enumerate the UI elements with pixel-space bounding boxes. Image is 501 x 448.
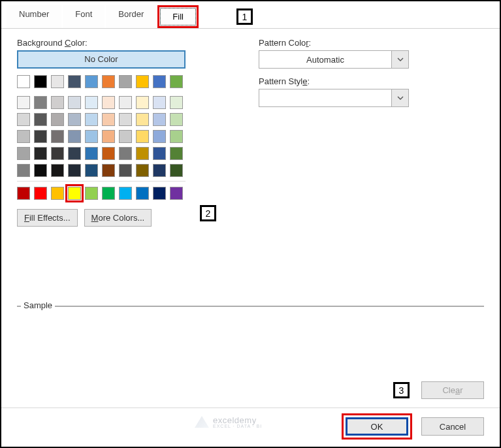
tab-fill[interactable]: Fill: [160, 8, 196, 25]
bg-color-label: Background Color:: [17, 38, 213, 48]
palette-row: [17, 164, 213, 177]
color-swatch[interactable]: [34, 75, 47, 88]
pattern-color-label: Pattern Color:: [259, 38, 484, 48]
color-swatch[interactable]: [153, 75, 166, 88]
color-swatch[interactable]: [68, 130, 81, 143]
color-palette: [17, 75, 213, 200]
color-swatch[interactable]: [119, 147, 132, 160]
color-swatch[interactable]: [34, 164, 47, 177]
color-swatch[interactable]: [136, 187, 149, 200]
color-swatch[interactable]: [170, 187, 183, 200]
color-swatch[interactable]: [153, 96, 166, 109]
color-swatch[interactable]: [153, 147, 166, 160]
color-swatch[interactable]: [153, 113, 166, 126]
tab-number[interactable]: Number: [7, 5, 61, 28]
pattern-color-dropdown[interactable]: Automatic: [259, 50, 409, 69]
more-colors-button[interactable]: More Colors...: [84, 209, 152, 227]
color-swatch[interactable]: [119, 75, 132, 88]
format-cells-dialog: Number Font Border Fill 1 Background Col…: [1, 1, 500, 447]
palette-standard-row: [17, 187, 213, 200]
color-swatch[interactable]: [153, 130, 166, 143]
color-swatch[interactable]: [17, 75, 30, 88]
color-swatch[interactable]: [68, 113, 81, 126]
ok-button[interactable]: OK: [346, 417, 408, 436]
color-swatch[interactable]: [85, 113, 98, 126]
color-swatch[interactable]: [136, 96, 149, 109]
color-swatch[interactable]: [68, 96, 81, 109]
color-swatch[interactable]: [51, 187, 64, 200]
fill-tab-content: Background Color: No Color 2 Fill Effect…: [1, 29, 500, 227]
color-swatch[interactable]: [85, 130, 98, 143]
fill-effects-button[interactable]: Fill Effects...: [17, 209, 78, 227]
color-swatch[interactable]: [102, 113, 115, 126]
color-swatch[interactable]: [119, 96, 132, 109]
color-swatch[interactable]: [34, 96, 47, 109]
color-swatch[interactable]: [68, 75, 81, 88]
color-swatch[interactable]: [102, 130, 115, 143]
color-swatch[interactable]: [102, 75, 115, 88]
palette-theme-row: [17, 75, 213, 88]
pattern-style-dropdown[interactable]: [259, 89, 409, 107]
color-swatch[interactable]: [170, 113, 183, 126]
color-swatch[interactable]: [136, 147, 149, 160]
color-swatch[interactable]: [136, 113, 149, 126]
color-swatch[interactable]: [102, 96, 115, 109]
color-swatch[interactable]: [153, 187, 166, 200]
color-swatch[interactable]: [17, 113, 30, 126]
color-swatch[interactable]: [170, 164, 183, 177]
color-swatch[interactable]: [34, 147, 47, 160]
color-swatch[interactable]: [136, 75, 149, 88]
clear-button: Clear: [421, 381, 484, 399]
color-swatch[interactable]: [102, 147, 115, 160]
color-swatch[interactable]: [102, 164, 115, 177]
color-swatch[interactable]: [51, 130, 64, 143]
left-pane: Background Color: No Color 2 Fill Effect…: [17, 38, 213, 227]
color-swatch[interactable]: [170, 75, 183, 88]
no-color-button[interactable]: No Color: [17, 50, 186, 69]
color-swatch[interactable]: [17, 187, 30, 200]
color-swatch[interactable]: [51, 75, 64, 88]
palette-row: [17, 113, 213, 126]
tab-border[interactable]: Border: [106, 5, 156, 28]
clear-area: 3 Clear: [393, 381, 484, 399]
color-swatch[interactable]: [51, 147, 64, 160]
color-swatch[interactable]: [85, 147, 98, 160]
pattern-style-label: Pattern Style:: [259, 76, 484, 86]
color-swatch[interactable]: [17, 164, 30, 177]
callout-3: 3: [393, 382, 410, 398]
color-swatch[interactable]: [34, 130, 47, 143]
color-swatch[interactable]: [51, 96, 64, 109]
color-swatch[interactable]: [85, 187, 98, 200]
chevron-down-icon: [391, 51, 408, 68]
tab-font[interactable]: Font: [63, 5, 105, 28]
color-swatch[interactable]: [102, 187, 115, 200]
color-swatch[interactable]: [153, 164, 166, 177]
color-swatch[interactable]: [68, 187, 81, 200]
color-swatch[interactable]: [51, 113, 64, 126]
color-swatch[interactable]: [34, 187, 47, 200]
color-swatch[interactable]: [170, 130, 183, 143]
color-swatch[interactable]: [34, 113, 47, 126]
color-swatch[interactable]: [17, 96, 30, 109]
dialog-footer: OK Cancel: [1, 406, 500, 447]
color-swatch[interactable]: [85, 75, 98, 88]
palette-divider: [17, 181, 186, 182]
cancel-button[interactable]: Cancel: [421, 417, 484, 436]
color-swatch[interactable]: [68, 147, 81, 160]
color-swatch[interactable]: [85, 164, 98, 177]
color-swatch[interactable]: [170, 147, 183, 160]
color-swatch[interactable]: [51, 164, 64, 177]
color-swatch[interactable]: [119, 187, 132, 200]
color-swatch[interactable]: [17, 147, 30, 160]
color-swatch[interactable]: [119, 130, 132, 143]
chevron-down-icon: [391, 89, 408, 106]
color-swatch[interactable]: [17, 130, 30, 143]
color-swatch[interactable]: [136, 164, 149, 177]
color-swatch[interactable]: [119, 113, 132, 126]
color-swatch[interactable]: [68, 164, 81, 177]
color-swatch[interactable]: [85, 96, 98, 109]
color-swatch[interactable]: [170, 96, 183, 109]
highlight-tab-fill: Fill: [157, 5, 199, 28]
color-swatch[interactable]: [136, 130, 149, 143]
color-swatch[interactable]: [119, 164, 132, 177]
